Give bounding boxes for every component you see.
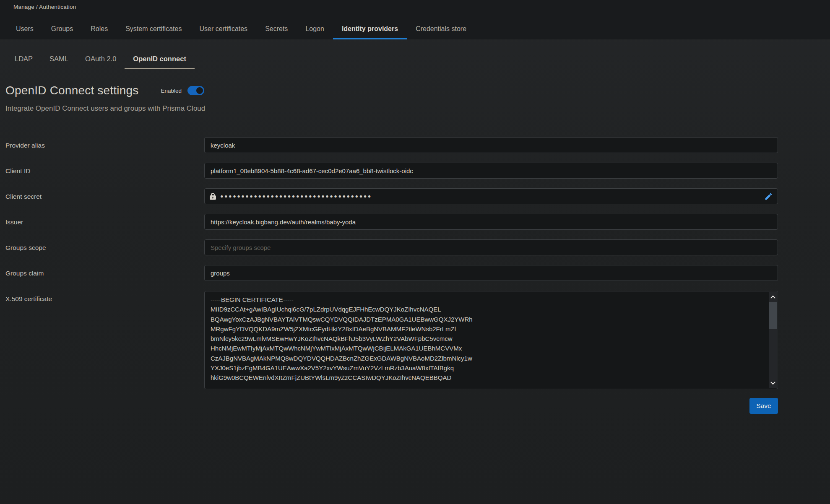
toggle-knob-icon [196,87,203,94]
client-secret-label: Client secret [5,193,42,200]
subtab-oauth2[interactable]: OAuth 2.0 [77,52,125,69]
page-description: Integrate OpenID Connect users and group… [5,104,205,113]
groups-scope-input[interactable] [204,239,778,255]
tab-logon[interactable]: Logon [297,21,333,39]
provider-alias-label: Provider alias [5,142,45,149]
x509-certificate-textarea[interactable]: -----BEGIN CERTIFICATE----- MIID9zCCAt+g… [204,291,778,389]
groups-claim-input[interactable] [204,265,778,281]
tab-credentials-store[interactable]: Credentials store [407,21,475,39]
x509-certificate-value[interactable]: -----BEGIN CERTIFICATE----- MIID9zCCAt+g… [211,295,765,386]
tab-secrets[interactable]: Secrets [256,21,297,39]
tab-roles[interactable]: Roles [82,21,117,39]
tab-groups[interactable]: Groups [42,21,82,39]
tab-system-certificates[interactable]: System certificates [117,21,190,39]
client-id-label: Client ID [5,167,30,175]
edit-secret-pencil-icon[interactable] [763,191,773,201]
enabled-toggle[interactable] [187,86,204,95]
x509-certificate-label: X.509 certificate [5,295,52,303]
openid-connect-settings-page: Manage / Authentication Users Groups Rol… [0,0,830,504]
issuer-input[interactable] [204,214,778,230]
tab-users[interactable]: Users [7,21,42,39]
sub-tab-bar: LDAP SAML OAuth 2.0 OpenID connect [6,52,195,69]
scroll-down-icon[interactable] [769,379,777,387]
subtab-openid-connect[interactable]: OpenID connect [125,52,195,69]
lock-icon [210,193,216,200]
client-id-input[interactable] [204,163,778,179]
save-button[interactable]: Save [749,398,778,414]
top-header: Manage / Authentication Users Groups Rol… [0,0,830,39]
main-tab-bar: Users Groups Roles System certificates U… [7,21,475,39]
scrollbar-thumb[interactable] [769,302,777,329]
provider-alias-input[interactable] [204,137,778,153]
tab-identity-providers[interactable]: Identity providers [333,21,407,39]
page-title: OpenID Connect settings [5,84,138,97]
tab-user-certificates[interactable]: User certificates [190,21,256,39]
client-secret-field[interactable]: ●●●●●●●●●●●●●●●●●●●●●●●●●●●●●●●●●●●● [204,188,778,204]
enabled-label: Enabled [161,88,182,94]
certificate-scrollbar[interactable] [769,292,777,388]
groups-claim-label: Groups claim [5,270,44,277]
scroll-up-icon[interactable] [769,293,777,301]
subtab-saml[interactable]: SAML [41,52,77,69]
groups-scope-label: Groups scope [5,244,46,252]
breadcrumb: Manage / Authentication [13,4,76,10]
issuer-label: Issuer [5,218,23,226]
client-secret-masked-value: ●●●●●●●●●●●●●●●●●●●●●●●●●●●●●●●●●●●● [220,193,372,199]
subtab-ldap[interactable]: LDAP [6,52,41,69]
